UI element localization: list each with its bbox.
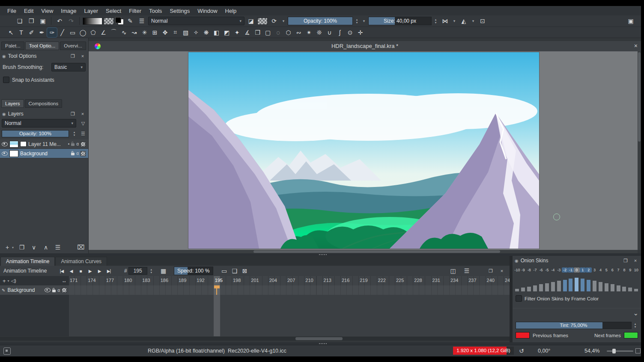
frame-label[interactable]: 24 [505,278,510,283]
chevron-down-icon[interactable]: ⌄ [633,309,638,317]
opacity-spinner[interactable]: ▴ ▾ [354,17,360,25]
reference-images-tool[interactable]: ❒ [253,28,262,37]
timeline-layer-label[interactable]: ✎ Background α [0,285,69,295]
open-document-button[interactable]: ❒ [26,16,36,26]
rectangular-selection-tool[interactable]: ▢ [263,28,273,37]
visibility-eye-icon[interactable] [45,288,51,292]
dynamic-brush-tool[interactable]: ↝ [129,28,139,37]
spin-down-icon[interactable]: ▾ [354,21,360,24]
chevron-down-icon[interactable]: ▾ [451,16,457,26]
onion-skins-toggle[interactable]: ◫ [448,266,458,276]
canvas-vertical-scrollbar[interactable] [638,51,641,250]
frame-label[interactable]: 174 [88,278,95,283]
elliptical-selection-tool[interactable]: ◌ [273,28,283,37]
onion-opacity-bar[interactable] [544,274,550,291]
menu-tools[interactable]: Tools [145,8,166,14]
frame-label[interactable]: 240 [487,278,495,283]
onion-collapse-bar[interactable]: ⌄ [513,308,641,318]
frame-label[interactable]: 219 [360,278,367,283]
onion-opacity-bar[interactable] [580,274,586,291]
frame-label[interactable]: 231 [432,278,440,283]
gradient-tool[interactable]: ▧ [181,28,191,37]
current-frame-spinbox[interactable]: # 195 ▴ ▾ [124,267,154,275]
skip-to-start-button[interactable]: |◀ [57,267,66,275]
onion-offset--7[interactable]: -7 [532,267,538,273]
float-docker-button[interactable]: ❐ [622,258,629,264]
speed-spinbox[interactable]: Speed: 100 % [174,267,213,275]
zoom-tool[interactable]: ⊙ [345,28,355,37]
spin-up-icon[interactable]: ▴ [354,18,360,21]
layer-row-background[interactable]: Background α [0,149,88,158]
frame-label[interactable]: 180 [124,278,132,283]
layer-opacity-slider[interactable]: Opacity: 100% [2,130,69,137]
inherit-alpha-icon[interactable] [80,142,86,147]
next-frames-color-swatch[interactable] [624,332,638,338]
alpha-icon[interactable]: α [76,142,79,146]
previous-frame-button[interactable]: ◀ [67,267,75,275]
lock-icon[interactable] [71,153,75,155]
alpha-icon[interactable]: α [57,288,60,293]
onion-offset-1[interactable]: 1 [580,267,586,273]
layer-row-layer11[interactable]: Layer 11 Me... • α [0,139,88,149]
similar-color-selection-tool[interactable]: ❊ [314,28,324,37]
pan-tool[interactable]: ✛ [355,28,365,37]
crop-tool[interactable]: ⌗ [170,28,180,37]
onion-offset--3[interactable]: -3 [556,267,562,273]
add-layer-button[interactable]: + [3,244,11,251]
close-docker-button[interactable]: × [79,111,86,116]
onion-offset-3[interactable]: 3 [592,267,598,273]
frame-label[interactable]: 228 [414,278,422,283]
delete-layer-button[interactable]: ⌧ [77,243,85,251]
dock-tab-overvi-[interactable]: Overvi... [60,42,86,50]
onion-offset--8[interactable]: -8 [526,267,532,273]
eraser-mode-button[interactable]: ◪ [246,16,256,26]
freehand-brush-tool[interactable]: ✑ [47,28,57,37]
reload-preset-button[interactable]: ⟳ [269,16,279,26]
onion-offset-9[interactable]: 9 [627,267,633,273]
spin-up-icon[interactable]: ▴ [72,131,77,134]
menu-view[interactable]: View [37,8,57,14]
create-blank-frame-button[interactable]: ▭ [219,266,230,276]
onion-opacity-bar[interactable] [532,274,538,291]
frame-label[interactable]: 186 [161,278,168,283]
frame-ruler[interactable]: 1711741771801831861891921951982012042072… [69,276,510,285]
frame-label[interactable]: 216 [342,278,349,283]
mirror-vertical-button[interactable]: ◭ [459,16,469,26]
onion-opacity-bar[interactable] [621,274,627,291]
menu-file[interactable]: File [3,8,20,14]
menu-image[interactable]: Image [57,8,80,14]
spin-up-icon[interactable]: ▴ [632,322,638,325]
pattern-chooser[interactable] [104,18,114,25]
onion-offset-2[interactable]: 2 [586,267,592,273]
menu-settings[interactable]: Settings [166,8,194,14]
polyline-tool[interactable]: ∠ [98,28,108,37]
preserve-alpha-button[interactable] [257,18,268,25]
timeline-track[interactable] [69,285,510,295]
inherit-alpha-icon[interactable] [80,151,86,156]
rectangle-tool[interactable]: ▭ [68,28,78,37]
onion-skin-icon[interactable] [62,288,67,293]
layer-filter-button[interactable]: ▽ [80,121,86,126]
onion-opacity-bar[interactable] [568,274,574,291]
onion-offset--9[interactable]: -9 [520,267,526,273]
spin-down-icon[interactable]: ▾ [632,325,638,328]
reset-rotation-icon[interactable]: ↺ [519,345,524,356]
ellipse-tool[interactable]: ◯ [78,28,88,37]
snap-to-assistants-checkbox[interactable] [3,77,9,83]
transform-tool[interactable]: ⊞ [150,28,160,37]
blending-mode-select[interactable]: Normal ▾ [148,17,244,25]
bezier-selection-tool[interactable]: ʃ [335,28,345,37]
alpha-icon[interactable]: α [76,151,79,156]
measure-tool[interactable]: ∡ [242,28,252,37]
create-duplicate-frame-button[interactable]: ❑ [230,266,240,276]
dock-tab-layers[interactable]: Layers [1,99,24,108]
layer-opacity-spinner[interactable]: ▴ ▾ [72,129,77,138]
text-tool[interactable]: T [16,28,26,37]
frame-label[interactable]: 198 [233,278,241,283]
frame-label[interactable]: 225 [396,278,404,283]
canvas-viewport[interactable] [89,51,638,250]
layer-options-button[interactable]: ☰ [80,131,86,136]
onion-offset--5[interactable]: -5 [544,267,550,273]
mirror-horizontal-button[interactable]: ⋈ [440,16,450,26]
brush-size-slider[interactable]: Size: 40,00 px [368,17,432,25]
